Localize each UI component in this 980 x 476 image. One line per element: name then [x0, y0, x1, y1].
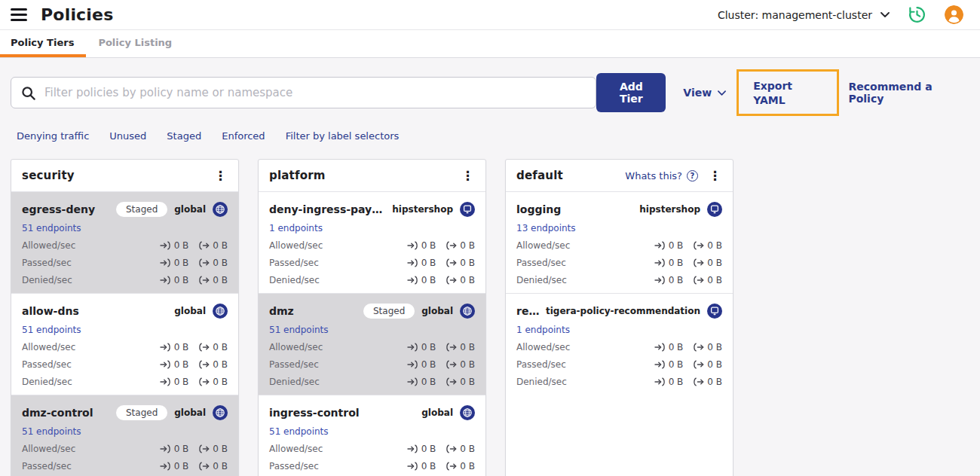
ingress-value: 0 B [669, 258, 684, 268]
policy-card-header-right: hipstershop [392, 202, 475, 217]
metric-label: Passed/sec [22, 461, 72, 471]
ingress-value: 0 B [669, 240, 684, 251]
ingress-metric: 0 B [160, 444, 189, 454]
endpoints-link[interactable]: 51 endpoints [22, 325, 81, 335]
ingress-icon [407, 360, 418, 369]
metric-label: Allowed/sec [269, 240, 323, 251]
endpoints-link[interactable]: 51 endpoints [22, 426, 81, 437]
tier-header: default Whats this? ? ⋮ [506, 160, 733, 191]
staged-badge: Staged [363, 304, 415, 319]
endpoints-link[interactable]: 1 endpoints [516, 325, 570, 335]
policy-card[interactable]: dmz-controlStagedglobal51 endpointsAllow… [11, 395, 238, 476]
whats-this-link[interactable]: Whats this? ? [625, 170, 698, 182]
ingress-metric: 0 B [654, 359, 684, 370]
policy-card[interactable]: allow-dnsglobal51 endpointsAllowed/sec0 … [11, 293, 238, 395]
staged-badge: Staged [116, 405, 167, 420]
egress-metric: 0 B [198, 275, 228, 285]
metric-values: 0 B0 B [407, 377, 475, 387]
ingress-value: 0 B [174, 359, 189, 370]
endpoints-link[interactable]: 1 endpoints [269, 223, 323, 233]
user-avatar-icon[interactable] [945, 5, 963, 24]
view-dropdown-button[interactable]: View [683, 87, 726, 99]
ingress-metric: 0 B [160, 359, 189, 370]
metric-row: Allowed/sec0 B0 B [269, 443, 475, 454]
egress-icon [693, 343, 704, 352]
metric-values: 0 B0 B [160, 275, 228, 285]
page-title: Policies [41, 5, 114, 24]
egress-value: 0 B [213, 461, 228, 471]
policy-name: dmz-control [22, 407, 110, 419]
policy-card[interactable]: deny-ingress-paymentservi…hipstershop1 e… [259, 191, 485, 293]
tab-policy-listing[interactable]: Policy Listing [86, 30, 184, 57]
egress-metric: 0 B [198, 240, 228, 251]
metric-row: Denied/sec0 B0 B [516, 376, 722, 387]
egress-value: 0 B [213, 240, 228, 251]
export-yaml-button[interactable]: Export YAML [753, 80, 792, 106]
ingress-icon [654, 258, 666, 267]
history-icon[interactable] [908, 5, 926, 24]
egress-icon [446, 343, 457, 352]
egress-icon [198, 462, 210, 471]
filter-enforced[interactable]: Enforced [222, 130, 265, 142]
endpoints-link[interactable]: 51 endpoints [269, 325, 329, 335]
egress-value: 0 B [460, 258, 475, 268]
metric-values: 0 B0 B [654, 240, 722, 251]
policy-card[interactable]: logginghipstershop13 endpointsAllowed/se… [506, 191, 733, 293]
cluster-selector[interactable]: Cluster: management-cluster [718, 9, 890, 21]
metric-values: 0 B0 B [654, 258, 722, 268]
ingress-metric: 0 B [407, 342, 436, 352]
egress-icon [198, 258, 210, 267]
filter-staged[interactable]: Staged [167, 130, 201, 142]
egress-icon [693, 377, 704, 386]
policy-card-header-right: global [174, 304, 228, 319]
metric-values: 0 B0 B [407, 240, 475, 251]
endpoints-link[interactable]: 51 endpoints [269, 426, 329, 437]
kebab-menu-icon[interactable]: ⋮ [706, 169, 724, 182]
hamburger-menu-icon[interactable] [11, 8, 27, 21]
ingress-metric: 0 B [160, 377, 189, 387]
metric-row: Passed/sec0 B0 B [269, 257, 475, 268]
ingress-value: 0 B [174, 444, 189, 454]
kebab-menu-icon[interactable]: ⋮ [459, 169, 476, 182]
ingress-value: 0 B [421, 444, 436, 454]
metric-label: Denied/sec [22, 377, 72, 387]
egress-value: 0 B [460, 377, 475, 387]
add-tier-button[interactable]: Add Tier [596, 73, 666, 112]
egress-value: 0 B [213, 377, 228, 387]
egress-icon [198, 360, 210, 369]
policy-search-box [11, 77, 596, 108]
filter-by-label-selectors[interactable]: Filter by label selectors [286, 130, 400, 142]
metric-row: Passed/sec0 B0 B [516, 359, 722, 370]
endpoints-link[interactable]: 51 endpoints [22, 223, 81, 233]
policy-card[interactable]: ingress-controlglobal51 endpointsAllowed… [259, 395, 485, 476]
filter-denying-traffic[interactable]: Denying traffic [17, 130, 89, 142]
egress-icon [446, 241, 457, 250]
ingress-metric: 0 B [407, 377, 436, 387]
tier-column-platform: platform ⋮ deny-ingress-paymentservi…hip… [258, 159, 486, 476]
endpoints-link[interactable]: 13 endpoints [516, 223, 576, 233]
egress-value: 0 B [460, 444, 475, 454]
policy-card[interactable]: egress-denyStagedglobal51 endpointsAllow… [11, 191, 238, 293]
policy-search-input[interactable] [43, 85, 586, 100]
policy-card[interactable]: restrictedtigera-policy-recommendation1 … [506, 293, 733, 395]
metric-row: Passed/sec0 B0 B [22, 359, 228, 370]
tab-policy-tiers[interactable]: Policy Tiers [0, 30, 86, 57]
egress-icon [198, 377, 210, 386]
metric-row: Passed/sec0 B0 B [22, 257, 228, 268]
policy-card-header-right: Stagedglobal [116, 405, 228, 420]
egress-value: 0 B [213, 275, 228, 285]
kebab-menu-icon[interactable]: ⋮ [212, 169, 229, 182]
chevron-down-icon [880, 12, 890, 17]
globe-icon [460, 405, 475, 420]
scope-label: hipstershop [392, 204, 453, 215]
recommend-policy-button[interactable]: Recommend a Policy [848, 81, 963, 105]
ingress-value: 0 B [421, 377, 436, 387]
globe-icon [213, 304, 228, 319]
filter-unused[interactable]: Unused [109, 130, 146, 142]
egress-metric: 0 B [693, 240, 722, 251]
policy-card-header-right: Stagedglobal [116, 202, 228, 217]
metric-label: Passed/sec [22, 258, 72, 268]
policy-name: restricted [516, 305, 540, 317]
policy-card[interactable]: dmzStagedglobal51 endpointsAllowed/sec0 … [259, 293, 485, 395]
cluster-selector-label: Cluster: management-cluster [718, 9, 872, 21]
